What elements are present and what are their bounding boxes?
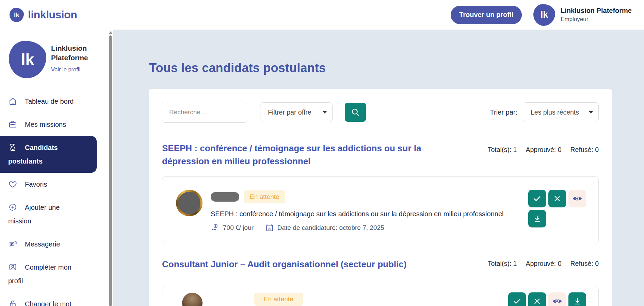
- stat-approved: Approuvé: 0: [526, 260, 561, 268]
- candidates-panel: Filtrer par offre Trier par: Les plus ré…: [149, 89, 612, 306]
- refuse-button[interactable]: [528, 292, 546, 306]
- application-date: Date de candidature: octobre 7, 2025: [277, 224, 384, 232]
- find-profile-button[interactable]: Trouver un profil: [451, 6, 522, 24]
- status-badge: En attente: [244, 190, 285, 203]
- account-role: Employeur: [561, 16, 632, 23]
- stat-approved: Approuvé: 0: [526, 146, 561, 154]
- job-stats: Total(s): 1 Approuvé: 0 Refusé: 0: [488, 260, 599, 268]
- account-chip[interactable]: lk Linklusion Plateforme Employeur: [533, 4, 632, 26]
- sidebar-logo: lk: [9, 41, 46, 78]
- candidate-application-title: SEEPH : conférence / témoignage sur les …: [211, 209, 510, 219]
- candidate-avatar[interactable]: [182, 293, 203, 306]
- sort-by-label: Trier par:: [490, 108, 517, 116]
- sidebar-item-changer-le-mot-de-passe[interactable]: Changer le mot: [0, 292, 108, 306]
- candidate-card: En attente SEEPH : conférence / témoigna…: [162, 176, 599, 244]
- svg-text:30: 30: [268, 227, 271, 230]
- brand-wordmark: linklusion: [28, 8, 77, 21]
- view-candidate-button[interactable]: [568, 190, 586, 207]
- candidate-card: En attente: [162, 287, 599, 306]
- candidate-avatar[interactable]: [176, 190, 203, 216]
- top-header: lk linklusion Trouver un profil lk Linkl…: [0, 0, 644, 30]
- check-icon: [532, 194, 542, 203]
- eye-icon: [552, 296, 562, 306]
- lock-icon: [8, 299, 17, 306]
- x-icon: [553, 194, 562, 203]
- chevron-down-icon: [589, 111, 593, 114]
- sidebar-profile: lk Linklusion Plateforme Voir le profil: [0, 41, 108, 78]
- eye-icon: [572, 193, 582, 204]
- job-title-link[interactable]: SEEPH : conférence / témoignage sur les …: [162, 142, 445, 168]
- download-icon: [573, 297, 582, 306]
- candidate-name-redacted: [211, 192, 239, 202]
- x-icon: [533, 297, 542, 306]
- stat-total: Total(s): 1: [488, 146, 517, 154]
- offer-filter-select[interactable]: Filtrer par offre: [260, 102, 333, 122]
- refuse-button[interactable]: [548, 190, 566, 207]
- chat-icon: [8, 239, 17, 249]
- check-icon: [512, 296, 522, 306]
- sidebar-item-completer-mon-profil[interactable]: Compléter mon profil: [0, 256, 108, 292]
- scrollbar-thumb[interactable]: [109, 35, 112, 306]
- linklusion-app: lk linklusion Trouver un profil lk Linkl…: [0, 0, 644, 306]
- daily-rate-icon: [211, 223, 220, 232]
- hourglass-icon: [8, 143, 17, 152]
- download-icon: [533, 214, 542, 223]
- search-input[interactable]: [162, 102, 247, 123]
- sidebar: lk Linklusion Plateforme Voir le profil …: [0, 30, 108, 306]
- candidate-actions: [528, 190, 586, 227]
- sidebar-item-candidats-postulants[interactable]: Candidats postulants: [0, 136, 97, 173]
- stat-refused: Refusé: 0: [570, 260, 599, 268]
- candidate-actions: [508, 292, 586, 306]
- job-section-header: SEEPH : conférence / témoignage sur les …: [162, 142, 599, 168]
- heart-icon: [8, 180, 17, 189]
- calendar-icon: 30: [265, 223, 274, 232]
- account-name: Linklusion Plateforme: [561, 7, 632, 15]
- job-stats: Total(s): 1 Approuvé: 0 Refusé: 0: [488, 146, 599, 154]
- daily-rate: 700 €/ jour: [223, 224, 254, 232]
- sort-select[interactable]: Les plus récents: [523, 102, 599, 122]
- stat-refused: Refusé: 0: [570, 146, 599, 154]
- view-candidate-button[interactable]: [548, 292, 566, 306]
- chevron-down-icon: [323, 111, 327, 114]
- plus-circle-icon: [8, 203, 17, 212]
- stat-total: Total(s): 1: [488, 260, 517, 268]
- page-title: Tous les candidats postulants: [149, 61, 644, 75]
- sidebar-item-messagerie[interactable]: Messagerie: [0, 233, 108, 256]
- sidebar-profile-name: Linklusion Plateforme: [51, 44, 92, 63]
- sidebar-item-favoris[interactable]: Favoris: [0, 173, 108, 196]
- status-badge: En attente: [254, 293, 303, 306]
- approve-button[interactable]: [528, 190, 546, 207]
- account-text: Linklusion Plateforme Employeur: [561, 7, 632, 23]
- job-section-header: Consultant Junior – Audit organisationne…: [162, 258, 599, 271]
- briefcase-icon: [8, 120, 17, 129]
- download-button[interactable]: [528, 210, 546, 227]
- sidebar-item-tableau-de-bord[interactable]: Tableau de bord: [0, 90, 108, 113]
- sort-select-value: Les plus récents: [531, 108, 579, 116]
- sidebar-scrollbar[interactable]: [108, 30, 113, 306]
- job-title-link[interactable]: Consultant Junior – Audit organisationne…: [162, 258, 406, 271]
- download-button[interactable]: [568, 292, 586, 306]
- offer-filter-value: Filtrer par offre: [268, 108, 311, 116]
- sidebar-item-ajouter-une-mission[interactable]: Ajouter une mission: [0, 196, 108, 233]
- view-profile-link[interactable]: Voir le profil: [51, 66, 80, 73]
- brand-logo[interactable]: lk linklusion: [10, 8, 77, 22]
- id-card-icon: [8, 262, 17, 272]
- filter-bar: Filtrer par offre Trier par: Les plus ré…: [162, 102, 599, 123]
- search-button[interactable]: [345, 103, 366, 122]
- sidebar-nav: Tableau de bord Mes missions Candidats p…: [0, 90, 108, 306]
- sidebar-item-mes-missions[interactable]: Mes missions: [0, 113, 108, 136]
- search-icon: [351, 107, 360, 117]
- home-icon: [8, 97, 17, 106]
- main-content: Tous les candidats postulants Filtrer pa…: [113, 30, 644, 306]
- approve-button[interactable]: [508, 292, 526, 306]
- scrollbar-up-arrow-icon[interactable]: [109, 31, 112, 34]
- linklusion-logo-icon: lk: [10, 8, 24, 22]
- account-avatar: lk: [533, 4, 555, 26]
